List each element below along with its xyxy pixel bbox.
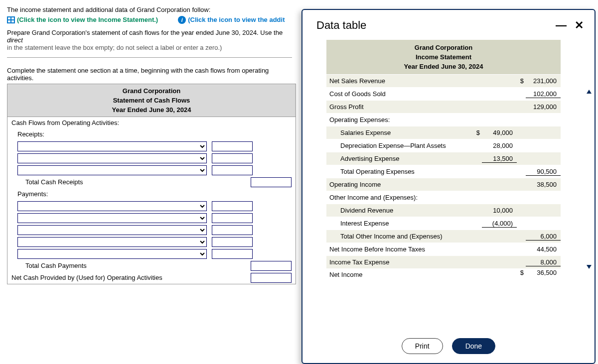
net-cash-op-label: Net Cash Provided by (Used for) Operatin… <box>7 272 207 283</box>
payment-val-3[interactable] <box>212 225 253 235</box>
income-label: Operating Expenses: <box>326 114 473 125</box>
income-statement-table: Grand Corporation Income Statement Year … <box>326 40 561 281</box>
income-row: Advertising Expense13,500 <box>326 152 561 165</box>
payment-val-2[interactable] <box>212 213 253 223</box>
problem-intro: The income statement and additional data… <box>7 5 292 15</box>
scroll-down-icon[interactable] <box>587 265 592 269</box>
income-row: Total Other Income and (Expenses)6,000 <box>326 230 561 243</box>
income-col1: 28,000 <box>482 142 517 149</box>
income-col2: 6,000 <box>526 233 561 241</box>
receipt-val-2[interactable] <box>212 153 253 163</box>
receipt-val-1[interactable] <box>212 141 253 151</box>
income-col2: 8,000 <box>526 258 561 266</box>
ws-company: Grand Corporation <box>7 86 296 96</box>
payment-select-3[interactable] <box>17 225 207 235</box>
currency-symbol: $ <box>473 129 482 136</box>
payments-label: Payments: <box>7 189 207 199</box>
income-row: Gross Profit129,000 <box>326 100 561 113</box>
income-label: Net Income Before Income Taxes <box>326 243 473 255</box>
income-label: Depreciation Expense—Plant Assets <box>326 140 473 151</box>
income-col2: 90,500 <box>526 168 561 176</box>
minimize-icon[interactable]: — <box>556 19 567 32</box>
modal-title: Data table <box>316 19 366 32</box>
currency-symbol: $ <box>517 77 526 85</box>
income-row: Other Income and (Expenses): <box>326 191 561 204</box>
income-label: Other Income and (Expenses): <box>326 192 473 203</box>
income-label: Dividend Revenue <box>326 205 473 216</box>
payment-val-5[interactable] <box>212 249 253 259</box>
ws-period: Year Ended June 30, 2024 <box>7 105 296 115</box>
instruction-note: in the statement leave the box empty; do… <box>7 44 292 51</box>
receipt-select-1[interactable] <box>17 141 207 151</box>
income-row: Dividend Revenue10,000 <box>326 204 561 217</box>
income-label: Advertising Expense <box>326 153 473 164</box>
total-receipts-val[interactable] <box>251 177 292 187</box>
data-table-modal: Data table — ✕ Grand Corporation Income … <box>301 9 596 364</box>
scrollbar[interactable] <box>587 90 592 269</box>
income-col2: 129,000 <box>526 103 561 111</box>
income-statement-link[interactable]: (Click the icon to view the Income State… <box>7 16 158 24</box>
table-icon <box>7 16 15 23</box>
income-col2: 38,500 <box>526 181 561 188</box>
income-col1: 13,500 <box>482 155 517 163</box>
income-label: Income Tax Expense <box>326 256 473 268</box>
income-col2: 44,500 <box>526 245 561 253</box>
total-payments-val[interactable] <box>251 261 292 271</box>
income-row: Salaries Expense$49,000 <box>326 126 561 139</box>
income-col2: 36,500 <box>526 269 561 276</box>
payment-select-1[interactable] <box>17 201 207 211</box>
is-company: Grand Corporation <box>326 43 561 52</box>
income-label: Operating Income <box>326 179 473 190</box>
op-activities-header: Cash Flows from Operating Activities: <box>7 118 207 128</box>
income-label: Interest Expense <box>326 218 473 229</box>
cash-flow-worksheet: Grand Corporation Statement of Cash Flow… <box>7 84 296 284</box>
print-button[interactable]: Print <box>402 338 443 354</box>
receipt-select-3[interactable] <box>17 165 207 175</box>
divider-slider[interactable] <box>7 57 292 58</box>
is-title: Income Statement <box>326 52 561 62</box>
payment-val-4[interactable] <box>212 237 253 247</box>
income-label: Net Income <box>326 269 473 280</box>
income-row: Operating Income38,500 <box>326 178 561 191</box>
income-row: Net Income Before Income Taxes44,500 <box>326 243 561 255</box>
income-col1: 49,000 <box>482 129 517 136</box>
total-payments-label: Total Cash Payments <box>7 260 207 271</box>
ws-statement: Statement of Cash Flows <box>7 96 296 105</box>
receipt-select-2[interactable] <box>17 153 207 163</box>
instruction-italic: direct <box>7 36 23 44</box>
income-row: Interest Expense(4,000) <box>326 217 561 230</box>
income-label: Total Operating Expenses <box>326 166 473 177</box>
receipts-label: Receipts: <box>7 129 207 139</box>
income-row: Total Operating Expenses90,500 <box>326 165 561 178</box>
section-hint: Complete the statement one section at a … <box>7 67 292 82</box>
is-period: Year Ended June 30, 2024 <box>326 62 561 71</box>
income-col2: 102,000 <box>526 90 561 98</box>
link-text: (Click the icon to view the addit <box>188 16 285 23</box>
done-button[interactable]: Done <box>452 338 495 354</box>
payment-select-2[interactable] <box>17 213 207 223</box>
income-row: Net Income$36,500 <box>326 268 561 281</box>
close-icon[interactable]: ✕ <box>575 19 584 32</box>
income-label: Net Sales Revenue <box>326 75 473 87</box>
income-label: Salaries Expense <box>326 127 473 138</box>
income-label: Gross Profit <box>326 101 473 113</box>
link-text: (Click the icon to view the Income State… <box>17 16 158 23</box>
net-cash-op-val[interactable] <box>251 273 292 283</box>
income-col2: 231,000 <box>526 77 561 85</box>
scroll-up-icon[interactable] <box>587 90 592 94</box>
income-label: Cost of Goods Sold <box>326 88 473 100</box>
income-row: Operating Expenses: <box>326 113 561 126</box>
income-col1: (4,000) <box>482 220 517 228</box>
payment-select-4[interactable] <box>17 237 207 247</box>
payment-val-1[interactable] <box>212 201 253 211</box>
currency-symbol: $ <box>517 269 526 276</box>
instruction-text: Prepare Grand Corporation's statement of… <box>7 29 283 36</box>
receipt-val-3[interactable] <box>212 165 253 175</box>
income-row: Depreciation Expense—Plant Assets28,000 <box>326 139 561 152</box>
income-label: Total Other Income and (Expenses) <box>326 231 473 242</box>
income-row: Cost of Goods Sold102,000 <box>326 87 561 100</box>
info-icon: i <box>178 16 186 24</box>
payment-select-5[interactable] <box>17 249 207 259</box>
additional-data-link[interactable]: i (Click the icon to view the addit <box>178 16 285 24</box>
income-row: Income Tax Expense8,000 <box>326 255 561 268</box>
